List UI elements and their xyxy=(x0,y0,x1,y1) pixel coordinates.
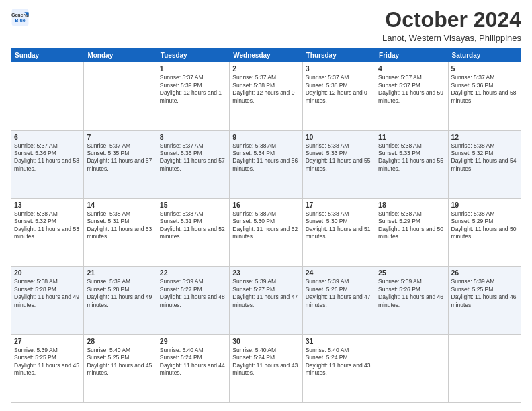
day-detail: Sunrise: 5:37 AM Sunset: 5:36 PM Dayligh… xyxy=(14,142,81,173)
day-number: 7 xyxy=(87,133,153,141)
calendar-cell xyxy=(11,62,84,130)
day-number: 2 xyxy=(232,64,299,73)
day-number: 30 xyxy=(232,337,299,345)
calendar-cell: 31Sunrise: 5:40 AM Sunset: 5:24 PM Dayli… xyxy=(302,334,375,402)
day-number: 24 xyxy=(306,269,372,277)
day-number: 10 xyxy=(306,133,372,141)
weekday-header-row: SundayMondayTuesdayWednesdayThursdayFrid… xyxy=(11,49,521,62)
day-number: 21 xyxy=(87,269,153,277)
calendar-cell: 23Sunrise: 5:39 AM Sunset: 5:27 PM Dayli… xyxy=(230,267,302,334)
calendar-table: SundayMondayTuesdayWednesdayThursdayFrid… xyxy=(11,48,521,403)
calendar-cell: 27Sunrise: 5:39 AM Sunset: 5:25 PM Dayli… xyxy=(11,334,84,402)
day-number: 1 xyxy=(160,64,226,73)
day-detail: Sunrise: 5:37 AM Sunset: 5:35 PM Dayligh… xyxy=(160,142,226,173)
day-number: 11 xyxy=(378,133,445,141)
calendar-cell: 3Sunrise: 5:37 AM Sunset: 5:38 PM Daylig… xyxy=(302,62,375,130)
weekday-header-friday: Friday xyxy=(375,49,448,62)
calendar-cell: 13Sunrise: 5:38 AM Sunset: 5:32 PM Dayli… xyxy=(11,198,84,266)
weekday-header-thursday: Thursday xyxy=(302,49,375,62)
calendar-page: General Blue October 2024 Lanot, Western… xyxy=(0,0,532,411)
calendar-cell: 5Sunrise: 5:37 AM Sunset: 5:36 PM Daylig… xyxy=(448,62,521,130)
calendar-cell: 26Sunrise: 5:39 AM Sunset: 5:25 PM Dayli… xyxy=(448,267,521,334)
calendar-cell: 28Sunrise: 5:40 AM Sunset: 5:25 PM Dayli… xyxy=(84,334,157,402)
calendar-cell: 4Sunrise: 5:37 AM Sunset: 5:37 PM Daylig… xyxy=(375,62,448,130)
calendar-cell: 25Sunrise: 5:39 AM Sunset: 5:26 PM Dayli… xyxy=(375,267,448,334)
calendar-cell: 24Sunrise: 5:39 AM Sunset: 5:26 PM Dayli… xyxy=(302,267,375,334)
day-number: 17 xyxy=(306,201,372,209)
calendar-cell: 14Sunrise: 5:38 AM Sunset: 5:31 PM Dayli… xyxy=(84,198,157,266)
day-detail: Sunrise: 5:40 AM Sunset: 5:24 PM Dayligh… xyxy=(232,347,299,377)
calendar-cell: 1Sunrise: 5:37 AM Sunset: 5:39 PM Daylig… xyxy=(157,62,229,130)
calendar-cell: 19Sunrise: 5:38 AM Sunset: 5:29 PM Dayli… xyxy=(448,198,521,266)
day-number: 6 xyxy=(14,133,81,141)
day-number: 23 xyxy=(232,269,299,277)
day-detail: Sunrise: 5:38 AM Sunset: 5:29 PM Dayligh… xyxy=(451,210,518,241)
day-number: 4 xyxy=(378,64,445,73)
weekday-header-sunday: Sunday xyxy=(11,49,84,62)
day-number: 26 xyxy=(451,269,518,277)
logo: General Blue xyxy=(11,8,30,27)
weekday-header-monday: Monday xyxy=(84,49,157,62)
day-number: 9 xyxy=(232,133,299,141)
day-detail: Sunrise: 5:37 AM Sunset: 5:38 PM Dayligh… xyxy=(232,74,299,105)
day-detail: Sunrise: 5:40 AM Sunset: 5:25 PM Dayligh… xyxy=(87,347,153,377)
day-number: 27 xyxy=(14,337,81,345)
week-row-2: 6Sunrise: 5:37 AM Sunset: 5:36 PM Daylig… xyxy=(11,130,521,198)
day-number: 14 xyxy=(87,201,153,209)
calendar-cell: 16Sunrise: 5:38 AM Sunset: 5:30 PM Dayli… xyxy=(230,198,302,266)
calendar-cell: 15Sunrise: 5:38 AM Sunset: 5:31 PM Dayli… xyxy=(157,198,229,266)
day-detail: Sunrise: 5:38 AM Sunset: 5:30 PM Dayligh… xyxy=(232,210,299,241)
day-detail: Sunrise: 5:39 AM Sunset: 5:27 PM Dayligh… xyxy=(160,278,226,309)
day-detail: Sunrise: 5:39 AM Sunset: 5:27 PM Dayligh… xyxy=(232,278,299,309)
day-detail: Sunrise: 5:37 AM Sunset: 5:38 PM Dayligh… xyxy=(306,74,372,105)
title-block: October 2024 Lanot, Western Visayas, Phi… xyxy=(382,8,521,43)
location-title: Lanot, Western Visayas, Philippines xyxy=(382,33,521,43)
calendar-cell: 18Sunrise: 5:38 AM Sunset: 5:29 PM Dayli… xyxy=(375,198,448,266)
day-detail: Sunrise: 5:39 AM Sunset: 5:26 PM Dayligh… xyxy=(378,278,445,309)
day-number: 22 xyxy=(160,269,226,277)
day-detail: Sunrise: 5:40 AM Sunset: 5:24 PM Dayligh… xyxy=(160,347,226,377)
weekday-header-tuesday: Tuesday xyxy=(157,49,229,62)
day-number: 19 xyxy=(451,201,518,209)
day-number: 25 xyxy=(378,269,445,277)
week-row-3: 13Sunrise: 5:38 AM Sunset: 5:32 PM Dayli… xyxy=(11,198,521,266)
day-number: 3 xyxy=(306,64,372,73)
week-row-5: 27Sunrise: 5:39 AM Sunset: 5:25 PM Dayli… xyxy=(11,334,521,402)
calendar-cell: 21Sunrise: 5:39 AM Sunset: 5:28 PM Dayli… xyxy=(84,267,157,334)
day-detail: Sunrise: 5:39 AM Sunset: 5:28 PM Dayligh… xyxy=(87,278,153,309)
calendar-cell: 11Sunrise: 5:38 AM Sunset: 5:33 PM Dayli… xyxy=(375,130,448,198)
calendar-cell xyxy=(448,334,521,402)
calendar-cell: 22Sunrise: 5:39 AM Sunset: 5:27 PM Dayli… xyxy=(157,267,229,334)
day-detail: Sunrise: 5:37 AM Sunset: 5:39 PM Dayligh… xyxy=(160,74,226,105)
day-detail: Sunrise: 5:38 AM Sunset: 5:31 PM Dayligh… xyxy=(87,210,153,241)
day-detail: Sunrise: 5:39 AM Sunset: 5:25 PM Dayligh… xyxy=(451,278,518,309)
calendar-cell: 8Sunrise: 5:37 AM Sunset: 5:35 PM Daylig… xyxy=(157,130,229,198)
day-number: 16 xyxy=(232,201,299,209)
calendar-cell: 30Sunrise: 5:40 AM Sunset: 5:24 PM Dayli… xyxy=(230,334,302,402)
calendar-cell: 2Sunrise: 5:37 AM Sunset: 5:38 PM Daylig… xyxy=(230,62,302,130)
calendar-cell xyxy=(375,334,448,402)
day-detail: Sunrise: 5:37 AM Sunset: 5:37 PM Dayligh… xyxy=(378,74,445,105)
week-row-1: 1Sunrise: 5:37 AM Sunset: 5:39 PM Daylig… xyxy=(11,62,521,130)
day-detail: Sunrise: 5:38 AM Sunset: 5:29 PM Dayligh… xyxy=(378,210,445,241)
day-detail: Sunrise: 5:39 AM Sunset: 5:26 PM Dayligh… xyxy=(306,278,372,309)
calendar-cell: 10Sunrise: 5:38 AM Sunset: 5:33 PM Dayli… xyxy=(302,130,375,198)
day-number: 12 xyxy=(451,133,518,141)
day-number: 15 xyxy=(160,201,226,209)
day-detail: Sunrise: 5:38 AM Sunset: 5:32 PM Dayligh… xyxy=(451,142,518,173)
day-detail: Sunrise: 5:39 AM Sunset: 5:25 PM Dayligh… xyxy=(14,347,81,377)
weekday-header-wednesday: Wednesday xyxy=(230,49,302,62)
calendar-cell: 17Sunrise: 5:38 AM Sunset: 5:30 PM Dayli… xyxy=(302,198,375,266)
calendar-cell: 6Sunrise: 5:37 AM Sunset: 5:36 PM Daylig… xyxy=(11,130,84,198)
day-detail: Sunrise: 5:38 AM Sunset: 5:28 PM Dayligh… xyxy=(14,278,81,309)
day-detail: Sunrise: 5:37 AM Sunset: 5:36 PM Dayligh… xyxy=(451,74,518,105)
calendar-cell: 29Sunrise: 5:40 AM Sunset: 5:24 PM Dayli… xyxy=(157,334,229,402)
day-detail: Sunrise: 5:38 AM Sunset: 5:34 PM Dayligh… xyxy=(232,142,299,173)
month-title: October 2024 xyxy=(382,8,521,32)
day-detail: Sunrise: 5:40 AM Sunset: 5:24 PM Dayligh… xyxy=(306,347,372,377)
day-number: 18 xyxy=(378,201,445,209)
day-number: 13 xyxy=(14,201,81,209)
day-detail: Sunrise: 5:38 AM Sunset: 5:31 PM Dayligh… xyxy=(160,210,226,241)
day-number: 29 xyxy=(160,337,226,345)
calendar-cell: 7Sunrise: 5:37 AM Sunset: 5:35 PM Daylig… xyxy=(84,130,157,198)
